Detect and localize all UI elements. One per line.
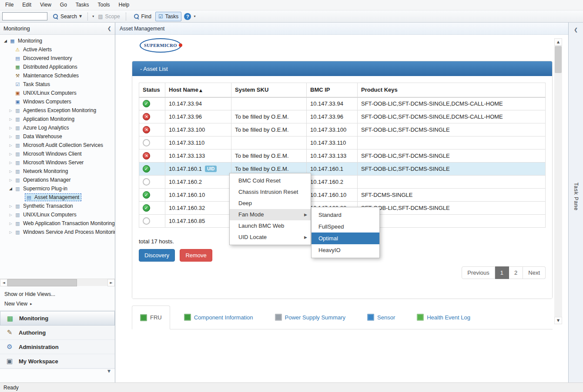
table-row[interactable]: 10.147.160.1010.147.160.10SFT-DCMS-SINGL… — [139, 189, 546, 202]
tab-health-event-log[interactable]: Health Event Log — [409, 306, 478, 329]
tree-item-unix-linux-computers[interactable]: ▷▥UNIX/Linux Computers — [0, 210, 115, 219]
scroll-down-icon[interactable]: ▼ — [554, 317, 562, 324]
tree-item-windows-computers[interactable]: ▣Windows Computers — [0, 97, 115, 106]
host-name-cell[interactable]: 10.147.160.32 — [165, 202, 231, 215]
tree-item-synthetic-transaction[interactable]: ▷▥Synthetic Transaction — [0, 202, 115, 210]
column-header-system-sku[interactable]: System SKU — [231, 83, 307, 97]
submenu-item-standard[interactable]: Standard — [312, 209, 379, 221]
expand-node-icon[interactable]: ▷ — [8, 161, 13, 165]
tree-item-unix-linux-computers[interactable]: ▣UNIX/Linux Computers — [0, 89, 115, 97]
show-hide-views-link[interactable]: Show or Hide Views... — [4, 291, 55, 297]
expand-node-icon[interactable]: ▷ — [8, 213, 13, 217]
collapse-sidebar-icon[interactable]: ❮ — [107, 26, 111, 31]
menu-tasks[interactable]: Tasks — [71, 0, 94, 10]
task-pane-collapsed[interactable]: ❮ Task Pane — [568, 23, 583, 382]
menu-help[interactable]: Help — [114, 0, 134, 10]
tree-item-monitoring[interactable]: ◢▦Monitoring — [0, 37, 115, 45]
tree-item-active-alerts[interactable]: ⚠Active Alerts — [0, 45, 115, 54]
table-row[interactable]: 10.147.33.100To be filled by O.E.M.10.14… — [139, 123, 546, 136]
expand-node-icon[interactable]: ▷ — [8, 135, 13, 139]
tree-item-microsoft-windows-client[interactable]: ▷▥Microsoft Windows Client — [0, 149, 115, 158]
expand-node-icon[interactable]: ▷ — [8, 204, 13, 208]
tasks-button[interactable]: ☑ Tasks — [155, 12, 181, 21]
menu-item-bmc-cold-reset[interactable]: BMC Cold Reset — [230, 175, 311, 186]
expand-node-icon[interactable]: ▷ — [8, 230, 13, 234]
scrollbar-thumb[interactable] — [7, 279, 77, 286]
sidebar-horizontal-scrollbar[interactable]: ◄ ► — [0, 279, 115, 286]
expand-node-icon[interactable]: ▷ — [8, 178, 13, 182]
tree-item-asset-management[interactable]: ▤Asset Management — [0, 193, 115, 202]
submenu-item-heavyio[interactable]: HeavyIO — [312, 244, 379, 256]
find-button[interactable]: Find — [131, 12, 154, 21]
menu-tools[interactable]: Tools — [94, 0, 114, 10]
discovery-button[interactable]: Discovery — [139, 249, 175, 262]
tree-item-microsoft-audit-collection-services[interactable]: ▷▥Microsoft Audit Collection Services — [0, 141, 115, 149]
host-name-cell[interactable]: 10.147.33.133 — [165, 149, 231, 163]
tab-power-supply-summary[interactable]: Power Supply Summary — [267, 306, 353, 329]
menu-edit[interactable]: Edit — [18, 0, 36, 10]
page-next[interactable]: Next — [523, 266, 546, 279]
submenu-item-fullspeed[interactable]: FullSpeed — [312, 221, 379, 233]
search-input[interactable] — [2, 12, 47, 20]
host-name-cell[interactable]: 10.147.160.10 — [165, 189, 231, 202]
table-row[interactable]: 10.147.33.133To be filled by O.E.M.10.14… — [139, 149, 546, 163]
menu-go[interactable]: Go — [56, 0, 71, 10]
help-icon[interactable]: ? — [184, 13, 191, 20]
tree-item-maintenance-schedules[interactable]: ⚒Maintenance Schedules — [0, 71, 115, 80]
menu-item-chassis-intrusion-reset[interactable]: Chassis Intrusion Reset — [230, 186, 311, 198]
toolbar-overflow-icon[interactable]: ▾ — [194, 14, 195, 18]
table-row[interactable]: 10.147.160.1UIDTo be filled by O.E.M.10.… — [139, 163, 546, 176]
tree-item-data-warehouse[interactable]: ▷▥Data Warehouse — [0, 132, 115, 141]
host-name-cell[interactable]: 10.147.160.2 — [165, 176, 231, 189]
scrollbar-thumb[interactable] — [555, 46, 562, 73]
tree-item-web-application-transaction-monitoring[interactable]: ▷▥Web Application Transaction Monitoring — [0, 219, 115, 228]
tree-item-windows-service-and-process-monitoring[interactable]: ▷▥Windows Service And Process Monitoring — [0, 228, 115, 236]
column-header-host-name[interactable]: Host Name▲ — [165, 83, 231, 97]
content-vertical-scrollbar[interactable]: ▲ ▼ — [554, 38, 562, 324]
task-pane-title[interactable]: Task Pane — [573, 183, 579, 211]
page-2[interactable]: 2 — [509, 266, 523, 279]
table-row[interactable]: 10.147.33.11010.147.33.110 — [139, 136, 546, 149]
nav-button-authoring[interactable]: ✎Authoring — [0, 326, 115, 340]
host-name-cell[interactable]: 10.147.33.96 — [165, 110, 231, 123]
chevron-down-icon[interactable]: ▼ — [107, 369, 111, 373]
page-1[interactable]: 1 — [495, 266, 509, 279]
tree-item-application-monitoring[interactable]: ▷▥Application Monitoring — [0, 115, 115, 123]
host-name-cell[interactable]: 10.147.160.85 — [165, 215, 231, 228]
submenu-item-optimal[interactable]: Optimal — [312, 233, 379, 244]
nav-button-monitoring[interactable]: ▦Monitoring — [0, 311, 115, 326]
page-previous[interactable]: Previous — [462, 266, 495, 279]
expand-node-icon[interactable]: ▷ — [8, 109, 13, 113]
expand-task-pane-icon[interactable]: ❮ — [574, 27, 578, 33]
menu-file[interactable]: File — [1, 0, 18, 10]
host-name-cell[interactable]: 10.147.33.110 — [165, 136, 231, 149]
scroll-right-icon[interactable]: ► — [107, 279, 115, 286]
expand-node-icon[interactable]: ▷ — [8, 169, 13, 173]
table-row[interactable]: 10.147.160.210.147.160.2 — [139, 176, 546, 189]
column-header-product-keys[interactable]: Product Keys — [358, 83, 546, 97]
nav-button-my-workspace[interactable]: ▣My Workspace — [0, 354, 115, 369]
expand-node-icon[interactable]: ▷ — [8, 117, 13, 121]
table-row[interactable]: 10.147.33.96To be filled by O.E.M.10.147… — [139, 110, 546, 123]
scroll-up-icon[interactable]: ▲ — [554, 38, 562, 46]
tree-item-task-status[interactable]: ☑Task Status — [0, 80, 115, 89]
tree-item-azure-log-analytics[interactable]: ▷▥Azure Log Analytics — [0, 123, 115, 132]
toolbar-overflow-icon[interactable]: ▾ — [92, 14, 94, 18]
host-name-cell[interactable]: 10.147.33.94 — [165, 97, 231, 110]
column-header-bmc-ip[interactable]: BMC IP — [307, 83, 358, 97]
menu-view[interactable]: View — [36, 0, 56, 10]
tree-item-operations-manager[interactable]: ▷▥Operations Manager — [0, 176, 115, 184]
collapse-node-icon[interactable]: ◢ — [3, 39, 8, 43]
collapse-node-icon[interactable]: ◢ — [8, 186, 13, 191]
expand-node-icon[interactable]: ▷ — [8, 222, 13, 226]
remove-button[interactable]: Remove — [180, 249, 212, 262]
tab-component-information[interactable]: Component Information — [176, 306, 261, 329]
scroll-left-icon[interactable]: ◄ — [0, 279, 7, 286]
menu-item-uid-locate[interactable]: UID Locate▶ — [230, 232, 311, 243]
tree-item-supermicro-plug-in[interactable]: ◢▥Supermicro Plug-in — [0, 184, 115, 193]
scope-button[interactable]: ▧ Scope — [95, 12, 123, 21]
tree-item-distributed-applications[interactable]: ▦Distributed Applications — [0, 63, 115, 71]
new-view-link[interactable]: New View ▸ — [4, 301, 32, 307]
search-button[interactable]: Search ▼ — [50, 12, 85, 21]
tree-item-network-monitoring[interactable]: ▷▥Network Monitoring — [0, 167, 115, 176]
